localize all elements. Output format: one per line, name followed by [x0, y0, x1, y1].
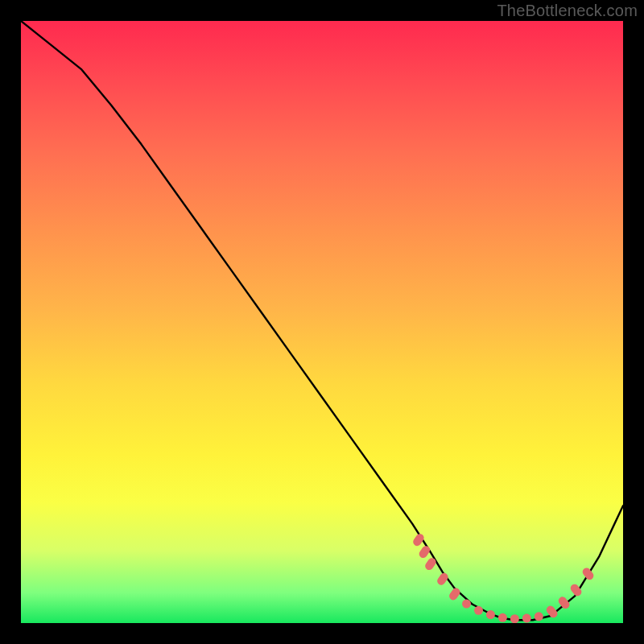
data-marker [581, 566, 596, 581]
data-marker [462, 600, 471, 609]
data-marker [486, 610, 495, 619]
data-marker [448, 587, 461, 602]
data-marker [498, 613, 507, 622]
data-marker [522, 614, 531, 623]
data-marker [474, 606, 483, 615]
chart-svg [21, 21, 623, 623]
data-marker [535, 612, 543, 621]
chart-frame: TheBottleneck.com [0, 0, 644, 644]
markers-group [411, 532, 595, 623]
data-marker [510, 614, 519, 623]
bottleneck-curve [21, 21, 623, 620]
watermark-text: TheBottleneck.com [497, 2, 638, 20]
plot-area [21, 21, 623, 623]
